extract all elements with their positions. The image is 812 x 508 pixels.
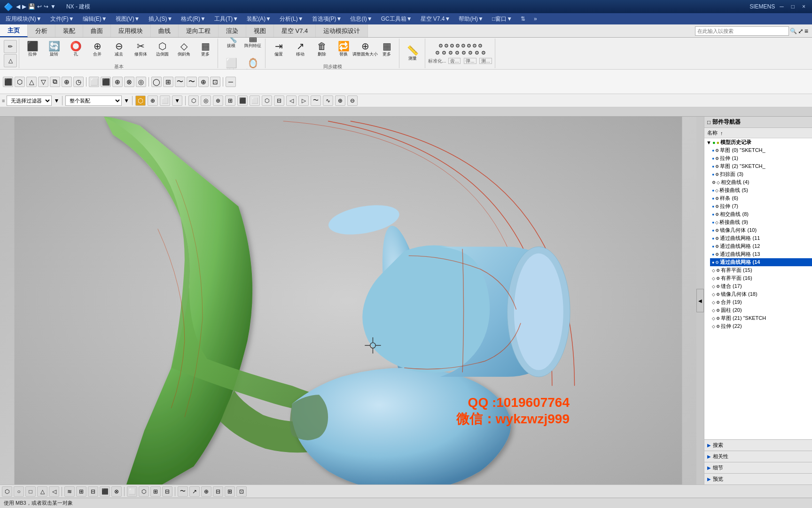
std-group2[interactable]: 齿... bbox=[448, 58, 461, 64]
revolve-btn[interactable]: 🔄 旋转 bbox=[44, 38, 64, 62]
tree-unite-19[interactable]: ◇ ⚙ 合并 (19) bbox=[710, 298, 812, 306]
nav-btn[interactable]: ◀ bbox=[16, 3, 20, 10]
btm-btn17[interactable]: ⊕ bbox=[201, 486, 211, 497]
t2-btn15[interactable]: 〜 bbox=[175, 77, 185, 87]
tree-mesh-14[interactable]: ● ⚙ 通过曲线网格 (14 bbox=[710, 258, 812, 266]
pattern-btn[interactable]: ▦ 阵列特征 bbox=[242, 38, 263, 53]
tree-intersect-8[interactable]: ● ⚙ 相交曲线 (8) bbox=[710, 210, 812, 218]
tree-intersect-4[interactable]: ⚙ ◇ 相交曲线 (4) bbox=[710, 178, 812, 186]
tree-mesh-13[interactable]: ● ⚙ 通过曲线网格 (13 bbox=[710, 250, 812, 258]
btm-btn18[interactable]: ⊟ bbox=[213, 486, 223, 497]
t2-btn19[interactable]: ─ bbox=[226, 77, 236, 87]
quick-undo[interactable]: ↩ bbox=[37, 3, 42, 10]
quick-save[interactable]: 💾 bbox=[28, 3, 35, 10]
tree-sew-17[interactable]: ◇ ⚙ 缝合 (17) bbox=[710, 282, 812, 290]
sel-btn16[interactable]: ∿ bbox=[323, 95, 333, 106]
menu-modules[interactable]: 应用模块(N)▼ bbox=[2, 14, 46, 24]
std-group3[interactable]: 弹... bbox=[464, 58, 476, 64]
tab-starsky[interactable]: 星空 V7.4 bbox=[274, 24, 316, 37]
expand-icon[interactable]: ⤢ bbox=[798, 27, 804, 35]
root-collapse-icon[interactable]: ▼ bbox=[706, 140, 711, 145]
panel-checkbox[interactable]: □ bbox=[707, 119, 710, 126]
search-icon[interactable]: 🔍 bbox=[790, 28, 797, 34]
menu-analysis[interactable]: 分析(L)▼ bbox=[276, 14, 307, 24]
tree-sketch-21[interactable]: ◇ ⚙ 草图 (21) "SKETCH bbox=[710, 314, 812, 322]
tab-render[interactable]: 渲染 bbox=[219, 24, 246, 37]
tree-sweep-3[interactable]: ● ⚙ 扫掠面 (3) bbox=[710, 170, 812, 178]
menu-file[interactable]: 文件(F)▼ bbox=[47, 14, 78, 24]
mirror-feat-btn[interactable]: 🪞 镜像特征 bbox=[242, 54, 263, 70]
filter-select[interactable]: 无选择过滤器 面 边 体 bbox=[7, 95, 52, 106]
sel-btn7[interactable]: ⊕ bbox=[213, 95, 223, 106]
btm-btn9[interactable]: ⬛ bbox=[100, 486, 110, 497]
menu-view[interactable]: 视图(V)▼ bbox=[112, 14, 144, 24]
t2-btn6[interactable]: ⊕ bbox=[62, 77, 72, 87]
tree-bridge-5[interactable]: ● ◇ 桥接曲线 (5) bbox=[710, 186, 812, 194]
edge-blend-btn[interactable]: ⬡ 边倒圆 bbox=[152, 38, 172, 62]
t2-btn10[interactable]: ⊕ bbox=[112, 77, 123, 87]
search-input[interactable] bbox=[695, 26, 789, 36]
tree-bounded-16[interactable]: ◇ ⚙ 有界平面 (16) bbox=[710, 274, 812, 282]
btm-btn10[interactable]: ⊗ bbox=[111, 486, 122, 497]
replace-btn[interactable]: 🔁 替换 bbox=[333, 38, 354, 62]
tree-sketch-0[interactable]: ● ⚙ 草图 (0) "SKETCH_ bbox=[710, 146, 812, 154]
section-preview[interactable]: ▶ 预览 bbox=[704, 473, 812, 484]
tab-analysis[interactable]: 分析 bbox=[28, 24, 55, 37]
t2-btn18[interactable]: ⊡ bbox=[210, 77, 220, 87]
tab-view[interactable]: 视图 bbox=[246, 24, 274, 37]
assembly-dropdown-icon[interactable]: ▼ bbox=[124, 97, 129, 104]
tab-curves[interactable]: 曲线 bbox=[151, 24, 179, 37]
tab-reverse[interactable]: 逆向工程 bbox=[179, 24, 219, 37]
t2-btn9[interactable]: ⬛ bbox=[101, 77, 111, 87]
menu-edit[interactable]: 编辑(E)▼ bbox=[79, 14, 111, 24]
shell-btn[interactable]: ⬜ 抽壳 bbox=[221, 54, 242, 70]
measure-btn[interactable]: 📏 测量 bbox=[402, 41, 423, 66]
viewport[interactable]: QQ :1019607764 微信：wykzwzj999 bbox=[0, 117, 696, 484]
menu-tools[interactable]: 工具(T)▼ bbox=[211, 14, 242, 24]
sel-btn13[interactable]: ◁ bbox=[286, 95, 297, 106]
tree-mesh-12[interactable]: ● ⚙ 通过曲线网格 (12 bbox=[710, 242, 812, 250]
std-group4[interactable]: 测... bbox=[479, 58, 492, 64]
menu-assembly[interactable]: 装配(A)▼ bbox=[243, 14, 275, 24]
sel-btn1[interactable]: ⬡ bbox=[135, 95, 146, 106]
trim-btn[interactable]: ✂ 修剪体 bbox=[130, 38, 151, 62]
btm-btn4[interactable]: △ bbox=[37, 486, 47, 497]
filter-dropdown-icon[interactable]: ▼ bbox=[54, 97, 59, 104]
t2-btn13[interactable]: ◯ bbox=[151, 77, 162, 87]
tree-mirror-18[interactable]: ◇ ⚙ 镜像几何体 (18) bbox=[710, 290, 812, 298]
btm-btn12[interactable]: ⬡ bbox=[139, 486, 149, 497]
menu-gctoolbox[interactable]: GC工具箱▼ bbox=[377, 14, 416, 24]
tree-bridge-9[interactable]: ● ◇ 桥接曲线 (9) bbox=[710, 218, 812, 226]
menu-help[interactable]: 帮助(H)▼ bbox=[455, 14, 487, 24]
assembly-select[interactable]: 整个装配 bbox=[65, 95, 122, 106]
menu-info[interactable]: 信息(I)▼ bbox=[346, 14, 376, 24]
btm-btn14[interactable]: ⊟ bbox=[162, 486, 172, 497]
menu-format[interactable]: 格式(R)▼ bbox=[177, 14, 210, 24]
tree-mesh-11[interactable]: ● ⚙ 通过曲线网格 (11 bbox=[710, 234, 812, 242]
sel-btn4[interactable]: ▼ bbox=[172, 95, 182, 106]
tree-sketch-2[interactable]: ● ⚙ 草图 (2) "SKETCH_ bbox=[710, 162, 812, 170]
btm-btn13[interactable]: ⊞ bbox=[150, 486, 161, 497]
chamfer-btn[interactable]: ◇ 倒斜角 bbox=[173, 38, 194, 62]
sel-btn14[interactable]: ▷ bbox=[298, 95, 309, 106]
close-btn[interactable]: × bbox=[799, 2, 808, 11]
btm-btn15[interactable]: 〜 bbox=[178, 486, 188, 497]
sel-btn12[interactable]: ⊟ bbox=[274, 95, 284, 106]
tab-motion[interactable]: 运动模拟设计 bbox=[316, 24, 368, 37]
sel-btn9[interactable]: ⬛ bbox=[237, 95, 248, 106]
btm-btn5[interactable]: ◁ bbox=[49, 486, 59, 497]
tree-cylinder-20[interactable]: ◇ ⚙ 圆柱 (20) bbox=[710, 306, 812, 314]
sel-btn17[interactable]: ⊕ bbox=[335, 95, 345, 106]
sel-btn3[interactable]: ⬜ bbox=[160, 95, 170, 106]
menu-starsky[interactable]: 星空 V7.4▼ bbox=[417, 14, 454, 24]
tab-modules[interactable]: 应用模块 bbox=[111, 24, 151, 37]
sel-btn15[interactable]: 〜 bbox=[311, 95, 321, 106]
t2-btn17[interactable]: ⊕ bbox=[198, 77, 209, 87]
tree-bounded-15[interactable]: ◇ ⚙ 有界平面 (15) bbox=[710, 266, 812, 274]
t2-btn5[interactable]: ⧉ bbox=[50, 77, 60, 87]
t2-btn7[interactable]: ◷ bbox=[73, 77, 84, 87]
tab-home[interactable]: 主页 bbox=[0, 24, 28, 37]
drawing-btn1[interactable]: ✏ bbox=[4, 40, 17, 53]
t2-btn14[interactable]: ⊞ bbox=[163, 77, 173, 87]
menu-window[interactable]: □窗口▼ bbox=[488, 14, 516, 24]
